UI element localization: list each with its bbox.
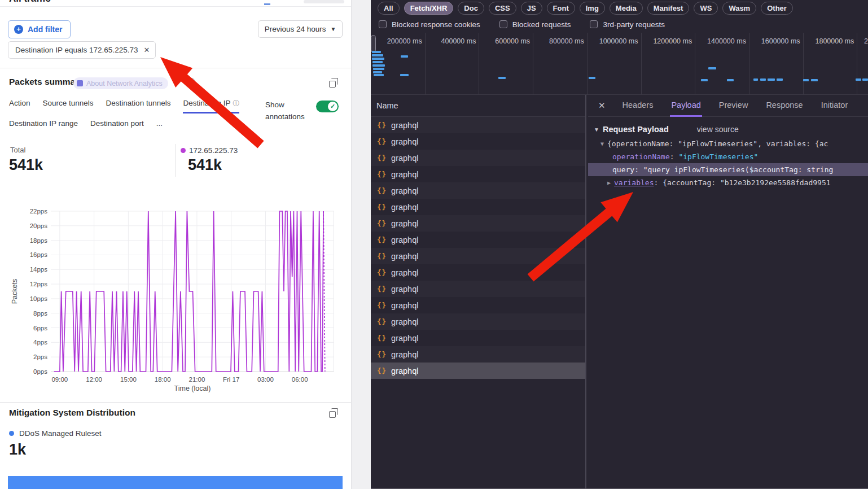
packets-summary-title: Packets summary [9, 77, 84, 87]
detail-tab-headers[interactable]: Headers [621, 95, 655, 117]
checkbox-label: Blocked response cookies [392, 20, 480, 29]
json-braces-icon: {} [377, 252, 387, 260]
time-range-dropdown[interactable]: Previous 24 hours ▼ [258, 20, 343, 38]
expand-panel-icon[interactable] [329, 411, 336, 418]
resource-filter-fetch-xhr[interactable]: Fetch/XHR [404, 2, 454, 15]
request-time-marker [372, 58, 384, 60]
checkbox-blocked-requests[interactable]: Blocked requests [499, 20, 571, 29]
request-name: graphql [391, 301, 418, 310]
json-braces-icon: {} [377, 137, 387, 146]
detail-tab-response[interactable]: Response [765, 95, 804, 117]
tab-destination-tunnels[interactable]: Destination tunnels [106, 99, 171, 113]
timeline-tick-label: 1200000 ms [653, 37, 692, 45]
tab-action[interactable]: Action [9, 99, 30, 113]
json-braces-icon: {} [377, 121, 387, 129]
request-name: graphql [391, 252, 418, 261]
panel-resizer[interactable] [585, 95, 586, 489]
resource-filter-media[interactable]: Media [610, 2, 643, 15]
tab-destination-ip-range[interactable]: Destination IP range [9, 119, 78, 131]
view-source-link[interactable]: view source [697, 125, 739, 134]
resource-filter-doc[interactable]: Doc [458, 2, 484, 15]
request-row[interactable]: {}graphql [371, 117, 585, 133]
request-row[interactable]: {}graphql [371, 297, 585, 313]
checkbox-blocked-response-cookies[interactable]: Blocked response cookies [379, 20, 480, 29]
tab-source-tunnels[interactable]: Source tunnels [43, 99, 94, 113]
resource-filter-js[interactable]: JS [521, 2, 542, 15]
payload-tree-row[interactable]: ▼ {operationName: "ipFlowTimeseries", va… [588, 137, 868, 150]
svg-text:8pps: 8pps [33, 310, 47, 317]
request-name: graphql [391, 235, 418, 244]
disclosure-triangle-icon: ▼ [600, 141, 607, 147]
payload-token: query: "query ipFlowTimeseries($accountT… [612, 165, 833, 174]
payload-tree-row[interactable]: ▶ variables: {accountTag: "b12e3b2192ee5… [588, 176, 868, 189]
request-row[interactable]: {}graphql [371, 330, 585, 346]
request-row[interactable]: {}graphql [371, 264, 585, 281]
detail-tab-preview[interactable]: Preview [718, 95, 749, 117]
request-row[interactable]: {}graphql [371, 133, 585, 150]
request-row[interactable]: {}graphql [371, 281, 585, 297]
request-row[interactable]: {}graphql [371, 363, 585, 379]
close-panel-icon[interactable]: ✕ [598, 101, 606, 111]
request-name: graphql [391, 121, 418, 130]
tab--[interactable]: ... [156, 119, 163, 131]
request-name: graphql [391, 219, 418, 228]
filter-chip[interactable]: Destination IP equals 172.65.225.73 ✕ [8, 41, 156, 59]
about-network-analytics-badge[interactable]: About Network Analytics [73, 77, 168, 89]
request-row[interactable]: {}graphql [371, 182, 585, 199]
request-name: graphql [391, 170, 418, 179]
payload-tree-row[interactable]: operationName: "ipFlowTimeseries" [588, 150, 868, 163]
svg-text:12:00: 12:00 [86, 376, 102, 383]
request-row[interactable]: {}graphql [371, 166, 585, 182]
resource-filter-img[interactable]: Img [580, 2, 605, 15]
resource-filter-css[interactable]: CSS [489, 2, 516, 15]
request-time-marker [768, 78, 775, 81]
resource-filter-manifest[interactable]: Manifest [647, 2, 690, 15]
request-row[interactable]: {}graphql [371, 346, 585, 363]
tab-destination-ip[interactable]: Destination IPⓘ [183, 99, 239, 113]
request-time-marker [401, 55, 408, 58]
detail-tab-initiator[interactable]: Initiator [820, 95, 849, 117]
timeline-gridline [587, 33, 588, 95]
close-icon[interactable]: ✕ [143, 46, 150, 54]
request-row[interactable]: {}graphql [371, 313, 585, 330]
svg-text:4pps: 4pps [33, 339, 47, 346]
json-braces-icon: {} [377, 285, 387, 293]
request-time-marker [372, 61, 383, 63]
request-row[interactable]: {}graphql [371, 215, 585, 232]
tab-destination-port[interactable]: Destination port [90, 119, 144, 131]
resource-filter-ws[interactable]: WS [694, 2, 718, 15]
request-time-marker [589, 77, 595, 79]
resource-filter-all[interactable]: All [378, 2, 400, 15]
request-row[interactable]: {}graphql [371, 150, 585, 166]
name-column-header[interactable]: Name [371, 95, 585, 117]
page-title: All traffic [0, 0, 350, 5]
payload-tree-row[interactable]: query: "query ipFlowTimeseries($accountT… [588, 163, 868, 176]
svg-text:0pps: 0pps [33, 368, 47, 375]
payload-token: "ipFlowTimeseries" [678, 152, 758, 161]
network-overview-timeline[interactable]: 200000 ms400000 ms600000 ms800000 ms1000… [371, 33, 868, 95]
show-annotations-toggle[interactable]: ✓ [316, 101, 339, 112]
svg-text:Fri 17: Fri 17 [223, 376, 239, 383]
svg-text:20pps: 20pps [30, 222, 48, 229]
chevron-down-icon: ▼ [330, 26, 336, 32]
checkbox-3rd-party-requests[interactable]: 3rd-party requests [590, 20, 665, 29]
timeline-gridline [695, 33, 695, 95]
request-time-marker [701, 79, 708, 81]
request-row[interactable]: {}graphql [371, 248, 585, 264]
request-time-marker [727, 79, 734, 81]
request-time-marker [803, 79, 809, 81]
json-braces-icon: {} [377, 268, 387, 277]
resource-filter-other[interactable]: Other [761, 2, 793, 15]
add-filter-button[interactable]: + Add filter [8, 20, 71, 38]
svg-text:15:00: 15:00 [120, 376, 137, 383]
resource-filter-wasm[interactable]: Wasm [722, 2, 756, 15]
resource-filter-font[interactable]: Font [547, 2, 575, 15]
request-row[interactable]: {}graphql [371, 199, 585, 215]
request-name: graphql [391, 268, 418, 277]
expand-panel-icon[interactable] [329, 81, 336, 88]
request-row[interactable]: {}graphql [371, 232, 585, 248]
detail-tab-payload[interactable]: Payload [670, 95, 702, 117]
timeline-drag-handle[interactable] [371, 35, 376, 53]
request-name: graphql [391, 203, 418, 212]
disclosure-triangle-icon[interactable]: ▼ [594, 126, 599, 133]
